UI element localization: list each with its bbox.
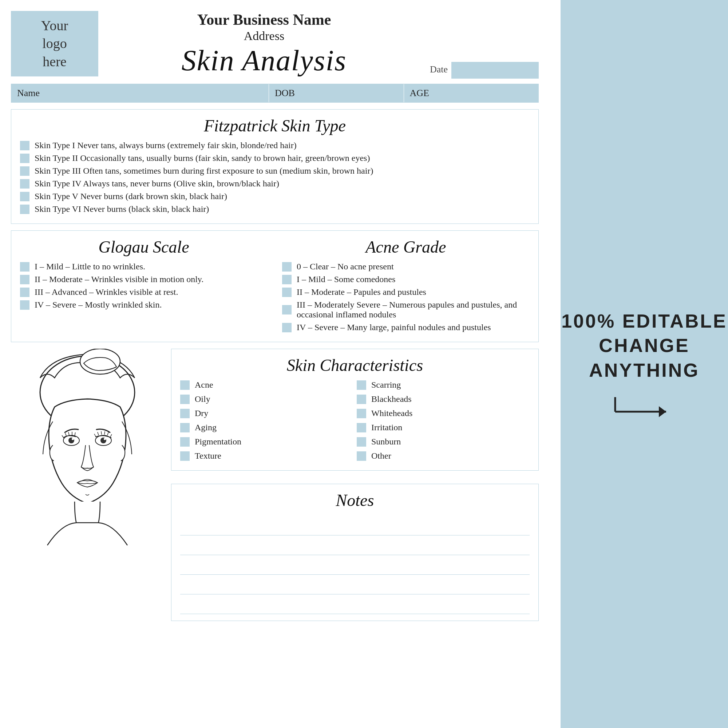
checkbox [20, 205, 29, 214]
name-field[interactable]: Name [11, 84, 269, 102]
fitzpatrick-item[interactable]: Skin Type III Often tans, sometimes burn… [20, 166, 530, 176]
header-center: Your Business Name Address Skin Analysis [98, 11, 430, 75]
sidebar-line1: 100% EDITABLE [561, 309, 727, 334]
svg-point-12 [104, 438, 106, 440]
characteristic-item[interactable]: Irritation [357, 423, 530, 433]
checkbox [20, 166, 29, 176]
characteristic-item[interactable]: Sunburn [357, 437, 530, 447]
svg-line-16 [104, 431, 105, 434]
notes-title: Notes [180, 491, 530, 510]
acne-item[interactable]: 0 – Clear – No acne present [282, 262, 530, 272]
checkbox [282, 288, 292, 297]
characteristic-item[interactable]: Other [357, 451, 530, 461]
checkbox [20, 141, 29, 150]
sidebar-line2: CHANGE [561, 333, 727, 358]
acne-item[interactable]: IV – Severe – Many large, painful nodule… [282, 323, 530, 332]
arrow-container [608, 390, 681, 419]
age-field[interactable]: AGE [404, 84, 539, 102]
note-line[interactable] [180, 575, 530, 594]
sidebar-line3: ANYTHING [561, 358, 727, 383]
characteristic-item[interactable]: Blackheads [357, 394, 530, 404]
checkbox [282, 262, 292, 272]
checkbox [180, 395, 190, 404]
note-line[interactable] [180, 516, 530, 535]
fitzpatrick-item[interactable]: Skin Type V Never burns (dark brown skin… [20, 191, 530, 201]
notes-lines [180, 516, 530, 614]
header-right: Date [430, 11, 539, 79]
date-field[interactable] [451, 62, 539, 79]
characteristic-item[interactable]: Scarring [357, 380, 530, 390]
note-line[interactable] [180, 555, 530, 575]
skin-characteristics-title: Skin Characteristics [180, 356, 530, 375]
fitzpatrick-section: Fitzpatrick Skin Type Skin Type I Never … [11, 109, 539, 224]
notes-section: Notes [171, 484, 539, 621]
glogau-item[interactable]: II – Moderate – Wrinkles visible in moti… [20, 274, 268, 284]
checkbox [180, 451, 190, 461]
checkbox [180, 409, 190, 418]
svg-point-4 [72, 438, 74, 440]
skin-analysis-title: Skin Analysis [98, 46, 430, 75]
acne-list: 0 – Clear – No acne presentI – Mild – So… [282, 262, 530, 332]
fitzpatrick-item[interactable]: Skin Type II Occasionally tans, usually … [20, 153, 530, 163]
arrow-icon [608, 390, 681, 419]
characteristic-item[interactable]: Dry [180, 408, 353, 418]
characteristic-item[interactable]: Acne [180, 380, 353, 390]
glogau-item[interactable]: I – Mild – Little to no wrinkles. [20, 262, 268, 272]
acne-item[interactable]: III – Moderately Severe – Numerous papul… [282, 300, 530, 320]
logo-box: Your logo here [11, 11, 98, 76]
checkbox [20, 300, 29, 310]
note-line[interactable] [180, 594, 530, 614]
checkbox [357, 423, 366, 433]
date-label: Date [430, 64, 448, 75]
sidebar-text: 100% EDITABLE CHANGE ANYTHING [561, 309, 727, 383]
acne-col: Acne Grade 0 – Clear – No acne presentI … [275, 237, 530, 335]
characteristic-item[interactable]: Texture [180, 451, 353, 461]
glogau-title: Glogau Scale [20, 237, 268, 257]
svg-line-15 [101, 431, 102, 434]
checkbox [20, 154, 29, 163]
glogau-item[interactable]: III – Advanced – Wrinkles visible at res… [20, 287, 268, 297]
header: Your logo here Your Business Name Addres… [11, 11, 539, 79]
acne-title: Acne Grade [282, 237, 530, 257]
characteristic-item[interactable]: Whiteheads [357, 408, 530, 418]
bottom-row: Skin Characteristics AcneScarringOilyBla… [11, 349, 539, 621]
logo-text: Your logo here [41, 17, 68, 70]
fitzpatrick-item[interactable]: Skin Type VI Never burns (black skin, bl… [20, 204, 530, 214]
checkbox [20, 192, 29, 201]
checkbox [20, 275, 29, 284]
checkbox [180, 437, 190, 447]
right-col: Skin Characteristics AcneScarringOilyBla… [171, 349, 539, 621]
dob-field[interactable]: DOB [269, 84, 404, 102]
checkbox [282, 305, 292, 315]
face-illustration [11, 349, 164, 552]
sidebar: 100% EDITABLE CHANGE ANYTHING [561, 0, 728, 728]
characteristics-grid: AcneScarringOilyBlackheadsDryWhiteheadsA… [180, 380, 530, 464]
characteristic-item[interactable]: Aging [180, 423, 353, 433]
fitzpatrick-title: Fitzpatrick Skin Type [20, 116, 530, 135]
face-col [11, 349, 164, 621]
business-address: Address [98, 29, 430, 43]
glogau-list: I – Mild – Little to no wrinkles.II – Mo… [20, 262, 268, 310]
note-line[interactable] [180, 535, 530, 555]
characteristic-item[interactable]: Oily [180, 394, 353, 404]
acne-item[interactable]: II – Moderate – Papules and pustules [282, 287, 530, 297]
checkbox [357, 437, 366, 447]
characteristic-item[interactable]: Pigmentation [180, 437, 353, 447]
checkbox [357, 380, 366, 390]
business-name: Your Business Name [98, 11, 430, 28]
checkbox [282, 275, 292, 284]
checkbox [180, 423, 190, 433]
scales-section: Glogau Scale I – Mild – Little to no wri… [11, 230, 539, 342]
glogau-item[interactable]: IV – Severe – Mostly wrinkled skin. [20, 300, 268, 310]
checkbox [20, 179, 29, 188]
checkbox [357, 395, 366, 404]
checkbox [180, 380, 190, 390]
fitzpatrick-item[interactable]: Skin Type IV Always tans, never burns (O… [20, 179, 530, 188]
svg-marker-21 [659, 406, 666, 417]
skin-characteristics-section: Skin Characteristics AcneScarringOilyBla… [171, 349, 539, 471]
checkbox [282, 323, 292, 332]
fitzpatrick-item[interactable]: Skin Type I Never tans, always burns (ex… [20, 141, 530, 150]
checkbox [357, 451, 366, 461]
fitzpatrick-list: Skin Type I Never tans, always burns (ex… [20, 141, 530, 214]
acne-item[interactable]: I – Mild – Some comedones [282, 274, 530, 284]
